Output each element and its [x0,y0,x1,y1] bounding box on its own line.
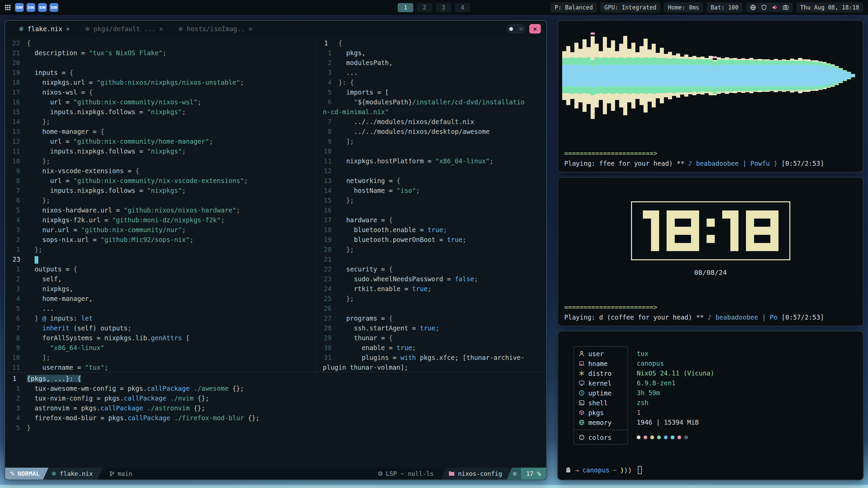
workspace-app-icon[interactable]: SW [38,3,47,12]
visualizer-bar [587,25,591,126]
fetch-value: canopus [637,359,714,368]
status-pill: Bat: 100 [707,2,743,13]
snowflake-icon [578,370,585,377]
code-line: 2 sops-nix.url = "github:Mic92/sops-nix"… [5,235,316,245]
user-icon [578,350,585,357]
code-line: 5 imports = [ [317,87,546,97]
close-window-button[interactable]: × [529,24,541,34]
visualizer-bar [847,25,851,126]
code-line: 24 rtkit.enable = true; [317,284,546,294]
code-line: 1 pkgs, [317,48,546,58]
branch-icon [109,471,115,476]
close-tab-icon[interactable]: × [66,25,70,33]
code-line: 22{ [5,38,316,48]
code-line: 4 firefox-mod-blur = pkgs.callPackage ./… [5,413,546,423]
close-tab-icon[interactable]: × [248,25,252,33]
tag-button[interactable]: 4 [455,3,470,12]
app-launcher-icon[interactable] [5,4,11,11]
visualizer-bar [611,25,615,126]
gear-icon: ⚙ [378,470,383,477]
code-line: 5} [5,423,546,433]
ghost-icon [565,467,572,473]
nix-icon: ❄ [85,25,90,33]
visualizer-bar [652,25,656,126]
fetch-value: 6.9.8-zen1 [637,378,714,388]
visualizer-bar [713,25,717,126]
volume-icon[interactable] [772,4,778,11]
pane-iso-image[interactable]: 1{1 pkgs,2 modulesPath,3 ...4}: {5 impor… [317,38,546,372]
buffer-tab[interactable]: ❄flake.nix× [19,25,70,33]
code-line: plugin thunar-volman]; [317,363,546,372]
visualizer-bar [574,25,578,126]
workspace-app-icon[interactable]: SW [50,3,58,12]
pane-pkgs-default[interactable]: 1{pkgs, ...}: {1 tux-awesome-wm-config =… [5,372,546,468]
code-line: 8 url = "github:nix-community/nix-vscode… [5,176,316,186]
visualizer-bar [753,25,757,126]
fetch-value: tux [637,349,714,359]
tag-button[interactable]: 1 [398,3,413,12]
visualizer-bar [839,25,843,126]
buffer-tab[interactable]: ❄pkgs/default ...× [85,25,163,33]
visualizer-bar [725,25,729,126]
code-line: 18 nixpkgs.url = "github:nixos/nixpkgs/n… [5,78,316,87]
pane-flake-nix[interactable]: 22{21 description = "tux's NixOS Flake";… [5,38,316,372]
visualizer-bar [766,25,770,126]
tag-button[interactable]: 2 [417,3,432,12]
workspace-app-icon[interactable]: SW [26,3,35,12]
folder-icon [449,471,455,476]
visualizer-bar [623,25,627,126]
editor-cursor [35,256,38,264]
theme-toggle[interactable] [507,24,525,33]
statusline-left: ✎NORMAL ❄flake.nix main [5,468,138,480]
code-line: 22 security = { [317,264,546,274]
visualizer-bar [660,25,664,126]
visualizer-bar [619,25,623,126]
visualizer-bar [810,25,814,126]
pencil-icon: ✎ [10,470,15,477]
globe-icon [578,419,585,426]
code-line: 3 nur.url = "github:nix-community/nur"; [5,225,316,235]
buffer-tab[interactable]: ❄hosts/isoImag..× [178,25,253,33]
code-line: 1 tux-awesome-wm-config = pkgs.callPacka… [5,384,546,393]
workspace-app-icon[interactable]: SW [15,3,24,12]
code-line: 1{ [317,38,546,48]
network-icon[interactable] [750,4,756,11]
code-line: 23 [5,255,316,264]
close-tab-icon[interactable]: × [159,25,163,33]
visualizer-bar [705,25,709,126]
topbar-left: SWSWSWSW [5,3,58,12]
tag-button[interactable]: 3 [436,3,451,12]
code-line: 25 }; [317,294,546,304]
tray-icons [746,3,793,12]
code-line: 10 [317,146,546,156]
now-playing-text: Playing: ffee for your head) ** ♪ beabad… [564,160,857,167]
fetch-value: zsh [637,398,714,408]
visualizer-bar [676,25,680,126]
package-icon [578,409,585,416]
audio-visualizer [562,25,863,126]
shell-prompt[interactable]: → canopus ~ ⟩⟩⟩ [565,466,642,474]
clock[interactable]: Thu Aug 08, 18:18 [796,2,863,13]
clock-digit [667,210,699,251]
visualizer-bar [814,25,818,126]
code-line: 6 "${modulesPath}/installer/cd-dvd/insta… [317,97,546,107]
palette-dot [677,435,681,439]
shield-icon[interactable] [761,4,767,11]
fetch-values: tuxcanopusNixOS 24.11 (Vicuna)6.9.8-zen1… [637,346,714,445]
visualizer-bar [818,25,823,126]
fetch-label: hname [588,360,608,367]
visualizer-bar [644,25,648,126]
code-line: 20 [5,58,316,68]
visualizer-bar [615,25,619,126]
code-line: 1 }; [5,245,316,255]
screenshot-icon[interactable] [783,4,789,11]
visualizer-bar [607,25,611,126]
clock-digit [746,210,778,251]
code-line: 3 nixpkgs, [5,284,316,294]
neovim-window: ❄flake.nix×❄pkgs/default ...×❄hosts/isoI… [4,20,547,480]
clock-date: 08/08/24 [694,268,727,277]
code-line: 4}: { [317,78,546,87]
visualizer-bar [656,25,660,126]
fetch-row: colors [574,432,628,442]
git-branch: main [103,468,138,480]
